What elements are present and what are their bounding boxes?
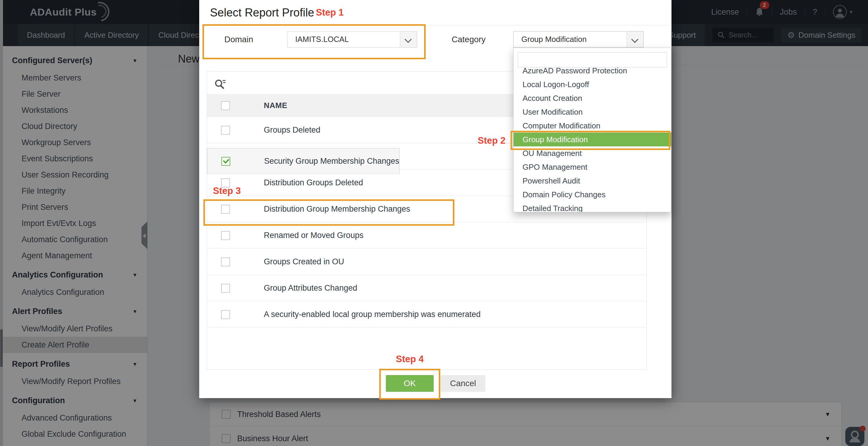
dropdown-option[interactable]: Account Creation [514,91,671,105]
row-checkbox[interactable] [221,157,230,166]
search-filter-icon[interactable] [214,78,227,91]
category-filter-input[interactable] [518,52,667,67]
ok-button[interactable]: OK [386,375,434,392]
table-row[interactable]: Groups Created in OU [207,249,646,275]
domain-select-value: IAMITS.LOCAL [287,31,417,47]
domain-label: Domain [224,31,253,48]
domain-select[interactable]: IAMITS.LOCAL [287,31,417,48]
dropdown-option[interactable]: User Modification [514,105,671,119]
category-option-list: AzureAD Password ProtectionLocal Logon-L… [514,67,671,212]
table-row[interactable]: Group Attributes Changed [207,275,646,301]
name-column-header: NAME [264,101,287,110]
row-checkbox[interactable] [221,126,230,135]
dropdown-option[interactable]: Detailed Tracking [514,202,671,212]
chevron-down-icon[interactable] [400,31,417,47]
dropdown-option[interactable]: OU Management [514,146,671,160]
row-checkbox[interactable] [221,284,230,293]
dropdown-option[interactable]: AzureAD Password Protection [514,67,671,78]
category-dropdown-panel: AzureAD Password ProtectionLocal Logon-L… [513,48,672,212]
row-checkbox[interactable] [221,205,230,214]
app-window: ADAudit Plus License 2 Jobs ? ▾ [0,0,868,446]
step-4-annotation: Step 4 [379,354,440,364]
row-checkbox[interactable] [221,258,230,266]
table-row[interactable]: A security-enabled local group membershi… [207,301,646,328]
row-checkbox[interactable] [221,310,230,319]
table-row[interactable]: Renamed or Moved Groups [207,222,646,249]
dropdown-option[interactable]: Group Modification [514,132,671,146]
select-all-checkbox[interactable] [221,101,230,110]
cancel-button[interactable]: Cancel [441,375,486,392]
category-select[interactable]: Group Modification [513,31,644,48]
chevron-down-icon[interactable] [627,31,643,47]
step-3-annotation: Step 3 [213,186,241,196]
category-select-value: Group Modification [514,31,643,47]
step-1-annotation: Step 1 [316,7,344,18]
dialog-title: Select Report Profile [210,0,314,25]
row-checkbox[interactable] [221,231,230,240]
table-row[interactable]: Security Group Membership Changes [207,148,400,174]
step-2-annotation: Step 2 [462,135,505,146]
dropdown-option[interactable]: Computer Modification [514,119,671,132]
category-label: Category [452,31,486,48]
dropdown-option[interactable]: Powershell Audit [514,174,671,188]
dropdown-option[interactable]: Local Logon-Logoff [514,78,671,91]
dropdown-option[interactable]: Domain Policy Changes [514,188,671,202]
dropdown-option[interactable]: GPO Management [514,160,671,174]
